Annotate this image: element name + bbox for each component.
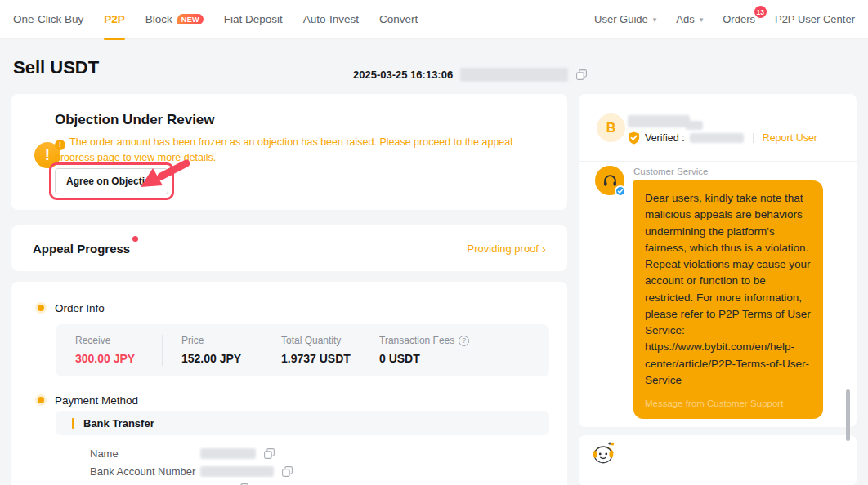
- nav-user-guide[interactable]: User Guide ▾: [594, 13, 656, 25]
- chat-input-card: [579, 435, 857, 485]
- chat-scrollbar[interactable]: [846, 389, 850, 441]
- objection-message-text: The order amount has been frozen as an o…: [55, 136, 512, 163]
- divider: [753, 133, 754, 143]
- total-quantity-label: Total Quantity: [281, 335, 360, 346]
- avatar[interactable]: B: [597, 113, 625, 142]
- receive-label: Receive: [75, 335, 162, 346]
- transaction-fees-value: 0 USDT: [379, 352, 549, 365]
- redacted-order-number: [460, 68, 568, 82]
- nav-convert[interactable]: Convert: [379, 13, 418, 25]
- verified-shield-icon: [628, 131, 640, 145]
- order-details-card: Order Info Receive 300.00 JPY Price 152.…: [11, 282, 567, 485]
- accent-bar-icon: [72, 418, 74, 429]
- nav-fiat-deposit[interactable]: Fiat Deposit: [224, 13, 283, 25]
- price-value: 152.00 JPY: [181, 352, 262, 365]
- message-footer: Message from Customer Support: [645, 397, 812, 411]
- payment-name-row: Name: [90, 447, 275, 460]
- copy-icon[interactable]: [575, 69, 588, 81]
- verified-row: Verified : Report User: [628, 131, 817, 145]
- top-nav: One-Click Buy P2P Block NEW Fiat Deposit…: [0, 0, 868, 39]
- nav-auto-invest[interactable]: Auto-Invest: [303, 13, 359, 25]
- divider: [579, 161, 857, 162]
- order-info-section-header: Order Info: [38, 301, 105, 314]
- nav-block[interactable]: Block NEW: [145, 13, 204, 25]
- total-quantity-field: Total Quantity 1.9737 USDT: [262, 324, 360, 376]
- verified-check-icon: [615, 185, 626, 197]
- help-icon[interactable]: ?: [459, 336, 469, 346]
- nav-block-label: Block: [145, 13, 172, 25]
- objection-title: Objection Under Review: [55, 112, 215, 128]
- chevron-down-icon: ▾: [700, 16, 704, 24]
- alert-icon: !: [55, 140, 65, 150]
- appeal-progress-title: Appeal Progress: [33, 242, 130, 256]
- nav-p2p-user-center[interactable]: P2P User Center: [775, 13, 855, 25]
- providing-proof-link[interactable]: Providing proof ›: [468, 242, 546, 255]
- price-label: Price: [181, 335, 262, 346]
- payment-method-section-header: Payment Method: [38, 394, 138, 407]
- customer-service-name: Customer Service: [633, 167, 708, 176]
- transaction-fees-field: Transaction Fees ? 0 USDT: [360, 324, 549, 376]
- customer-service-message-text: Dear users, kindly take note that malici…: [645, 190, 812, 389]
- headset-icon: [602, 173, 618, 189]
- orders-count-badge: 13: [754, 6, 767, 18]
- chat-card: B Verified : Report User Customer Servic…: [579, 94, 857, 427]
- bank-account-number-label: Bank Account Number: [90, 465, 200, 478]
- redacted-username: [628, 115, 690, 127]
- bullet-dot-icon: [38, 397, 44, 403]
- nav-left: One-Click Buy P2P Block NEW Fiat Deposit…: [13, 13, 418, 25]
- copy-icon[interactable]: [263, 447, 275, 460]
- report-user-link[interactable]: Report User: [763, 132, 817, 144]
- receive-value: 300.00 JPY: [75, 352, 162, 365]
- nav-orders[interactable]: Orders 13: [723, 13, 755, 25]
- notification-dot: [132, 236, 138, 242]
- customer-service-message: Dear users, kindly take note that malici…: [633, 180, 823, 419]
- new-badge: NEW: [177, 14, 204, 25]
- payment-method-title: Payment Method: [55, 394, 138, 407]
- appeal-progress-card: Appeal Progress Providing proof ›: [11, 225, 567, 271]
- order-info-title: Order Info: [55, 302, 105, 314]
- redacted-verified-value: [690, 133, 744, 143]
- order-timestamp: 2025-03-25 16:13:06: [353, 69, 453, 81]
- transaction-fees-label: Transaction Fees: [379, 335, 454, 346]
- verified-label: Verified :: [645, 132, 685, 144]
- bullet-dot-icon: [38, 305, 44, 311]
- redacted-name-value: [200, 448, 256, 459]
- page-title: Sell USDT: [13, 57, 99, 78]
- annotation-arrow-icon: [136, 156, 195, 195]
- name-label: Name: [90, 447, 200, 460]
- total-quantity-value: 1.9737 USDT: [281, 352, 360, 365]
- appeal-progress-label: Appeal Progress: [33, 242, 130, 256]
- chevron-down-icon: ▾: [653, 16, 657, 24]
- redacted-username: [686, 121, 703, 130]
- nav-user-guide-label: User Guide: [594, 13, 648, 25]
- order-meta: 2025-03-25 16:13:06: [353, 68, 588, 82]
- payment-method-bar: Bank Transfer: [56, 411, 549, 435]
- nav-ads[interactable]: Ads ▾: [676, 13, 703, 25]
- chevron-right-icon: ›: [542, 242, 546, 255]
- bank-transfer-label: Bank Transfer: [83, 417, 154, 429]
- nav-one-click-buy[interactable]: One-Click Buy: [13, 13, 83, 25]
- nav-ads-label: Ads: [676, 13, 694, 25]
- redacted-account-value: [200, 466, 274, 477]
- nav-right: User Guide ▾ Ads ▾ Orders 13 P2P User Ce…: [594, 13, 855, 25]
- nav-p2p[interactable]: P2P: [104, 13, 125, 25]
- copy-icon[interactable]: [281, 465, 293, 478]
- price-field: Price 152.00 JPY: [162, 324, 262, 376]
- objection-card: ! Objection Under Review !The order amou…: [11, 94, 567, 210]
- support-bot-icon[interactable]: [590, 440, 616, 466]
- nav-orders-label: Orders: [723, 13, 755, 25]
- receive-field: Receive 300.00 JPY: [56, 324, 162, 376]
- order-info-box: Receive 300.00 JPY Price 152.00 JPY Tota…: [56, 324, 549, 376]
- providing-proof-label: Providing proof: [468, 242, 539, 255]
- payment-account-row: Bank Account Number: [90, 465, 293, 478]
